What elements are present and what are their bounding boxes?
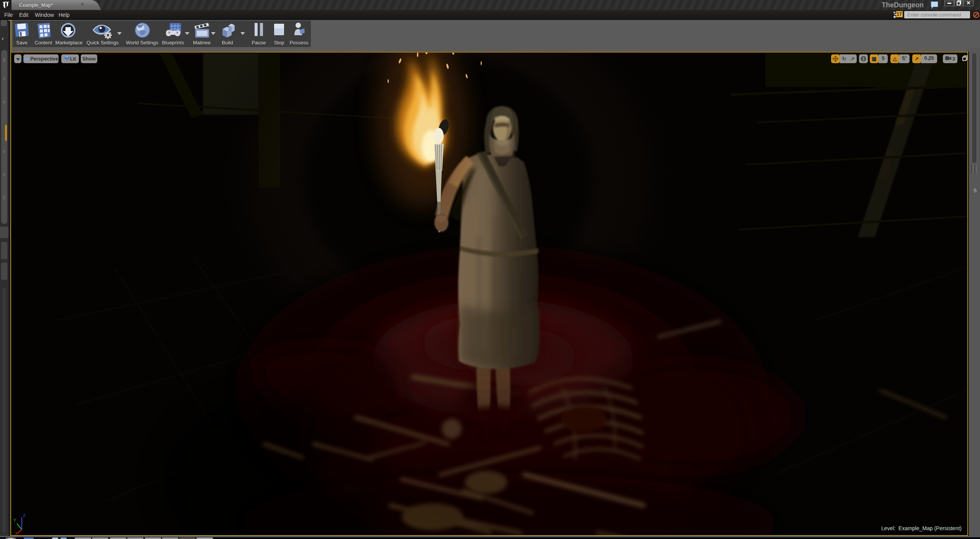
svg-text:17: 17 [897, 11, 902, 17]
svg-text:Z: Z [23, 513, 26, 518]
svg-text:Y: Y [13, 518, 16, 523]
svg-text:X: X [15, 531, 18, 535]
